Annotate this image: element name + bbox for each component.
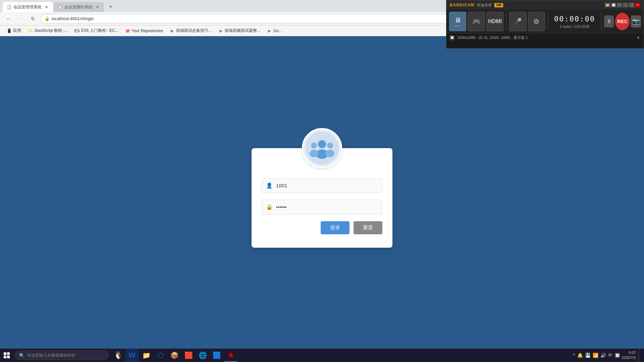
taskbar-app-app3[interactable]: 🟦 [210, 349, 223, 362]
taskbar-app-chrome[interactable]: 🌐 [196, 349, 209, 362]
tray-layout[interactable]: 🔲 [614, 353, 620, 358]
recorder-icon: ⏺ [227, 351, 234, 359]
bandicam-close-btn[interactable]: ✕ [635, 3, 640, 7]
bandicam-hdmi-btn[interactable]: HDMI [486, 12, 503, 31]
bookmark-go[interactable]: ▶ Go... [264, 27, 285, 34]
bandicam-status: ⬜ 644x362 - (0, 0), (1920, 1080) - 显示器… [446, 33, 644, 42]
bm6-icon: ▶ [267, 28, 272, 33]
vs-icon: ⬡ [158, 351, 163, 359]
bookmark-github-label: Your Repositories [131, 28, 163, 33]
password-input[interactable] [276, 204, 378, 210]
bookmark-javascript[interactable]: JS JavaScript 教程 -... [25, 27, 71, 35]
bookmark-apps[interactable]: 📱 应用 [4, 27, 24, 35]
bandicam-subtitle: 班迪录屏 [477, 3, 492, 8]
tray-wifi[interactable]: 📶 [593, 353, 598, 358]
bandicam-rec-btn[interactable]: REC [615, 13, 630, 30]
toolbar-separator [506, 13, 506, 30]
bandicam-minimize-btn[interactable]: － [623, 3, 628, 7]
svg-point-4 [310, 150, 318, 157]
avatar-area [252, 128, 392, 168]
user-icon: 👤 [266, 182, 273, 189]
button-row: 登录 重置 [252, 221, 392, 234]
username-input-group: 👤 [262, 178, 382, 193]
tray-volume[interactable]: 🔊 [600, 353, 606, 358]
lock-field-icon: 🔒 [266, 204, 273, 210]
taskbar-app-recorder[interactable]: ⏺ [224, 349, 237, 362]
taskbar-app-cortana[interactable]: 🐧 [111, 349, 125, 362]
js-icon: JS [28, 28, 33, 33]
bandicam-timer-section: 00:00:00 0 bytes / 223.9GB [551, 15, 598, 28]
start-button[interactable] [0, 349, 13, 362]
toolbar-separator-2 [548, 13, 548, 30]
bookmark-go-label: Go... [273, 28, 282, 33]
resolution-icon: ⬜ [450, 36, 454, 40]
tab1-favicon: 📋 [7, 5, 11, 9]
hdmi-icon: HDMI [488, 18, 502, 24]
bookmark-es6-label: ES6 入门教程 - EC... [81, 28, 118, 34]
new-tab-button[interactable]: + [106, 2, 115, 11]
taskbar-app-explorer[interactable]: 📁 [140, 349, 153, 362]
app2-icon: 🟥 [184, 351, 193, 359]
bandicam-title-bar: BANDICAM 班迪录屏 VIP 📂 🕐 ? － ▢ ✕ [446, 0, 644, 10]
taskbar-app-app2[interactable]: 🟥 [182, 349, 195, 362]
tab-2[interactable]: 📋 会议室预约系统 ✕ [54, 2, 104, 12]
chrome-icon: 🌐 [199, 351, 207, 359]
bandicam-help-btn[interactable]: ? [617, 3, 622, 7]
tray-ime[interactable]: 中 [608, 352, 612, 358]
bookmark-frontend2[interactable]: ▶ 前端高频面试题整... [216, 27, 263, 35]
tab2-favicon: 📋 [58, 5, 62, 9]
toolbar-separator-3 [601, 13, 601, 30]
bandicam-mic-btn[interactable]: 🎤 [509, 12, 526, 31]
bandicam-files-btn[interactable]: 📂 [605, 3, 610, 7]
bm5-icon: ▶ [218, 28, 223, 33]
taskbar-app-word[interactable]: W [125, 349, 139, 362]
taskbar-search[interactable]: 🔍 在这里输入你要搜索的内容 [15, 351, 109, 360]
refresh-button[interactable]: ↻ [28, 14, 38, 23]
reset-button[interactable]: 重置 [354, 221, 382, 234]
tab1-title: 会议室管理系统 [13, 4, 42, 10]
tab1-close[interactable]: ✕ [44, 4, 49, 10]
taskbar-app-vs[interactable]: ⬡ [154, 349, 167, 362]
bandicam-restore-btn[interactable]: ▢ [629, 3, 634, 7]
svg-point-3 [311, 142, 317, 148]
tray-bell[interactable]: 🔔 [577, 353, 583, 358]
login-button[interactable]: 登录 [321, 221, 350, 234]
taskbar-app-app1[interactable]: 📦 [168, 349, 181, 362]
app1-icon: 📦 [170, 351, 179, 359]
back-button[interactable]: ← [4, 14, 13, 23]
app3-icon: 🟦 [213, 351, 221, 359]
bookmark-es6[interactable]: ES ES6 入门教程 - EC... [72, 27, 121, 35]
es6-icon: ES [75, 28, 79, 33]
bandicam-snapshot-btn[interactable]: 📷 [631, 15, 641, 27]
address-text: localhost:4001/#/login [52, 16, 94, 21]
main-content: 👤 🔒 登录 重置 [0, 47, 644, 349]
bookmark-github[interactable]: 🐙 Your Repositories [122, 27, 166, 34]
windows-icon [4, 352, 10, 358]
bookmark-apps-label: 应用 [13, 28, 21, 34]
snapshot-icon: 📷 [632, 18, 640, 25]
system-clock[interactable]: 0:07 2020/7/2 [622, 350, 636, 361]
bandicam-chevron[interactable]: ▼ [636, 36, 640, 40]
bandicam-history-btn[interactable]: 🕐 [611, 3, 616, 7]
mic-icon: 🎤 [514, 17, 522, 25]
search-icon: 🔍 [19, 353, 24, 358]
bandicam-monitor-btn[interactable]: 🖥 [449, 12, 466, 31]
word-icon: W [129, 351, 136, 360]
bookmark-frontend1[interactable]: ▶ 前端面试必备技巧... [167, 27, 214, 35]
tray-chevron[interactable]: ^ [573, 353, 576, 358]
forward-button[interactable]: → [16, 14, 25, 23]
tab-1[interactable]: 📋 会议室管理系统 ✕ [3, 2, 53, 12]
svg-point-5 [327, 142, 333, 148]
tray-storage[interactable]: 💾 [585, 353, 591, 358]
taskbar: 🔍 在这里输入你要搜索的内容 🐧 W 📁 ⬡ 📦 🟥 🌐 🟦 ⏺ [0, 349, 644, 362]
show-desktop-button[interactable] [639, 349, 641, 362]
bandicam-settings-btn[interactable]: ⚙ [528, 12, 545, 31]
tab2-title: 会议室预约系统 [64, 4, 93, 10]
cortana-icon: 🐧 [114, 351, 123, 360]
svg-point-1 [318, 140, 326, 148]
bandicam-pause-btn[interactable]: ⏸ [604, 15, 614, 27]
tab2-close[interactable]: ✕ [95, 4, 100, 10]
username-input[interactable] [276, 183, 378, 188]
sys-tray: ^ 🔔 💾 📶 🔊 中 🔲 [573, 352, 621, 358]
bandicam-gamepad-btn[interactable]: 🎮 [468, 12, 485, 31]
